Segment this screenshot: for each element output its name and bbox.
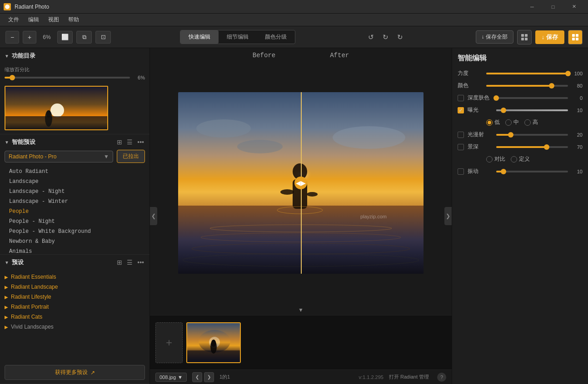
film-thumbnail[interactable] <box>186 322 241 363</box>
preset-item[interactable]: People - Night <box>0 217 149 226</box>
exposure-mid-option[interactable]: 中 <box>505 118 519 126</box>
save-all-button[interactable]: ↓ 保存全部 <box>476 30 513 44</box>
preset-item[interactable]: Newborn & Baby <box>0 236 149 246</box>
export-button[interactable]: 已拉出 <box>117 150 145 163</box>
dof-slider[interactable] <box>496 146 568 148</box>
preset-item[interactable]: People - White Background <box>0 226 149 236</box>
svg-point-26 <box>196 119 251 138</box>
preset-item[interactable]: Landscape - Winter <box>0 197 149 207</box>
frame-view-button[interactable]: ⬜ <box>57 31 73 44</box>
skin-tone-checkbox[interactable] <box>458 95 464 101</box>
more-options-icon-2[interactable]: ••• <box>136 259 145 266</box>
svg-point-24 <box>307 192 318 197</box>
preset-cat-label: Radiant Cats <box>11 314 42 320</box>
dof-label: 景深 <box>468 143 493 151</box>
grid-icon-button[interactable] <box>517 30 532 44</box>
filmstrip: + <box>150 315 452 369</box>
app-title: Radiant Photo <box>15 4 522 10</box>
tab-quick-edit[interactable]: 快速编辑 <box>180 30 219 44</box>
compare-view-button[interactable]: ⧉ <box>76 31 92 44</box>
menu-edit[interactable]: 编辑 <box>24 14 44 25</box>
save-button[interactable]: ↓ 保存 <box>535 30 564 44</box>
preset-dropdown[interactable]: Radiant Photo - Pro ▼ <box>5 151 113 162</box>
canvas-area: playzip.com ◀▶ <box>150 61 452 305</box>
color-value: 80 <box>572 83 583 89</box>
help-button[interactable]: ? <box>437 373 446 382</box>
undo-redo-group: ↺ ↻ ↻ <box>364 31 406 44</box>
preset-cat-vivid[interactable]: ▶ Vivid Landscapes <box>0 322 149 332</box>
svg-point-13 <box>46 110 51 118</box>
preset-item[interactable]: Landscape - Night <box>0 187 149 197</box>
menu-file[interactable]: 文件 <box>4 14 24 25</box>
open-radiant-button[interactable]: 打开 Radiant 管理 <box>389 374 429 380</box>
exposure-slider[interactable] <box>496 109 568 111</box>
undo-button[interactable]: ↺ <box>364 31 377 44</box>
smart-presets-header[interactable]: ▼ 智能预设 ⊞ ☰ ••• <box>0 134 149 150</box>
exposure-high-option[interactable]: 高 <box>524 118 538 126</box>
smart-edit-title: 智能编辑 <box>458 54 583 63</box>
add-photo-button[interactable]: + <box>155 322 183 363</box>
preset-cat-portrait[interactable]: ▶ Radiant Portrait <box>0 302 149 312</box>
tab-color-grade[interactable]: 颜色分级 <box>257 30 295 44</box>
menu-help[interactable]: 帮助 <box>64 14 84 25</box>
split-handle[interactable]: ◀▶ <box>294 177 307 189</box>
zoom-row: 6% <box>5 75 145 80</box>
grid-view-icon-2[interactable]: ⊞ <box>116 259 123 266</box>
preset-cat-landscape[interactable]: ▶ Radiant Landscape <box>0 282 149 292</box>
chevron-icon-2: ▼ <box>5 260 9 265</box>
toolbar: − + 6% ⬜ ⧉ ⊡ 快速编辑 细节编辑 颜色分级 ↺ ↻ ↻ ↓ 保存全部… <box>0 26 588 48</box>
color-label: 颜色 <box>458 82 483 89</box>
grid-view-icon[interactable]: ⊞ <box>116 138 123 146</box>
settings-icon-button[interactable] <box>568 30 583 44</box>
func-catalog-header[interactable]: ▼ 功能目录 <box>0 48 149 64</box>
filename-selector[interactable]: 008.jpg ▼ <box>155 373 187 382</box>
preset-item[interactable]: Landscape <box>0 177 149 187</box>
strength-slider[interactable] <box>486 73 568 74</box>
preset-cat-label: Vivid Landscapes <box>11 324 54 330</box>
get-more-presets-button[interactable]: 获得更多预设 ↗ <box>5 365 145 380</box>
preset-cat-cats[interactable]: ▶ Radiant Cats <box>0 312 149 322</box>
exposure-low-option[interactable]: 低 <box>486 118 500 126</box>
preset-cat-essentials[interactable]: ▶ Radiant Essentials <box>0 272 149 282</box>
color-slider[interactable] <box>486 85 568 87</box>
preset-item-people[interactable]: People <box>0 207 149 217</box>
filmstrip-collapse[interactable]: ▼ <box>150 305 452 315</box>
prev-button[interactable]: ❮ <box>192 372 202 382</box>
arrow-right-icon: ▶ <box>5 285 8 290</box>
preset-item[interactable]: Auto Radiant <box>0 167 149 177</box>
dof-checkbox[interactable] <box>458 144 464 150</box>
svg-point-10 <box>50 103 64 117</box>
preset-cat-lifestyle[interactable]: ▶ Radiant Lifestyle <box>0 292 149 302</box>
next-button[interactable]: ❯ <box>204 372 214 382</box>
contrast-option[interactable]: 对比 <box>486 155 505 163</box>
define-option[interactable]: 定义 <box>511 155 530 163</box>
zoom-in-button[interactable]: + <box>23 31 36 44</box>
arrow-right-icon: ▶ <box>5 275 8 280</box>
vibration-slider[interactable] <box>496 171 568 172</box>
radio-define-dot <box>511 156 517 162</box>
preset-item[interactable]: Animals <box>0 246 149 254</box>
zoom-slider[interactable] <box>5 77 130 79</box>
menu-view[interactable]: 视图 <box>44 14 64 25</box>
zoom-out-button[interactable]: − <box>5 31 19 44</box>
minimize-button[interactable]: ─ <box>522 0 543 14</box>
control-strength: 力度 100 <box>458 69 583 77</box>
sync-button[interactable]: ↻ <box>394 31 406 44</box>
list-view-icon-2[interactable]: ☰ <box>126 259 134 266</box>
tab-detail-edit[interactable]: 细节编辑 <box>219 30 257 44</box>
list-view-icon[interactable]: ☰ <box>126 138 134 146</box>
presets-header[interactable]: ▼ 预设 ⊞ ☰ ••• <box>0 255 149 270</box>
light-diff-checkbox[interactable] <box>458 132 464 138</box>
preset-categories: ▶ Radiant Essentials ▶ Radiant Landscape… <box>0 270 149 334</box>
control-color: 颜色 80 <box>458 82 583 89</box>
func-catalog-title: 功能目录 <box>12 52 35 60</box>
redo-button[interactable]: ↻ <box>379 31 392 44</box>
light-diff-slider[interactable] <box>496 134 568 136</box>
more-options-icon[interactable]: ••• <box>136 138 145 146</box>
crop-view-button[interactable]: ⊡ <box>95 31 111 44</box>
skin-tone-slider[interactable] <box>496 97 568 99</box>
close-button[interactable]: ✕ <box>563 0 584 14</box>
exposure-checkbox[interactable]: ✓ <box>458 107 464 113</box>
maximize-button[interactable]: □ <box>543 0 563 14</box>
vibration-checkbox[interactable] <box>458 168 464 175</box>
